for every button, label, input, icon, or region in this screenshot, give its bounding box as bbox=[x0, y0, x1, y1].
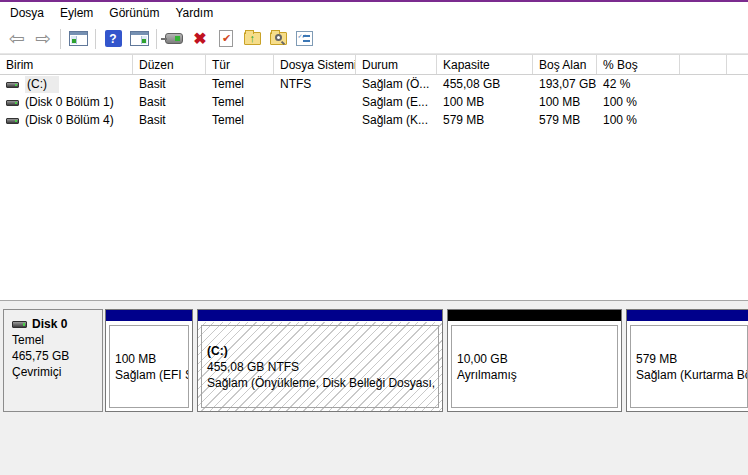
unallocated-label: Ayrılmamış bbox=[457, 367, 612, 383]
disk-name: Disk 0 bbox=[32, 316, 67, 332]
volume-pctfree: 100 % bbox=[597, 94, 680, 111]
back-button[interactable]: ⇦ bbox=[5, 27, 29, 51]
volume-list-pane: Birim Düzen Tür Dosya Sistemi Durum Kapa… bbox=[0, 54, 748, 300]
show-console-tree-button[interactable] bbox=[66, 27, 90, 51]
volume-icon bbox=[6, 100, 19, 106]
column-header-pctfree[interactable]: % Boş bbox=[597, 55, 680, 74]
volume-filesystem bbox=[274, 94, 356, 111]
column-header-capacity[interactable]: Kapasite bbox=[437, 55, 533, 74]
column-header-freespace[interactable]: Boş Alan bbox=[533, 55, 597, 74]
volume-list-header: Birim Düzen Tür Dosya Sistemi Durum Kapa… bbox=[0, 54, 748, 75]
menu-help[interactable]: Yardım bbox=[167, 4, 221, 22]
toolbar-separator bbox=[156, 29, 157, 49]
explore-button[interactable] bbox=[266, 27, 290, 51]
volume-status: Sağlam (Ö... bbox=[356, 76, 437, 93]
check-page-icon bbox=[219, 30, 233, 47]
list-view-icon bbox=[296, 31, 313, 46]
forward-button[interactable]: ⇨ bbox=[31, 27, 55, 51]
disk-management-window: Dosya Eylem Görünüm Yardım ⇦ ⇨ ? ✖ ↑ Bir… bbox=[0, 0, 748, 475]
open-button[interactable]: ↑ bbox=[240, 27, 264, 51]
partition-color-bar bbox=[198, 310, 442, 322]
unallocated-size: 10,00 GB bbox=[457, 351, 612, 367]
menu-action[interactable]: Eylem bbox=[52, 4, 101, 22]
graphical-view-pane: Disk 0 Temel 465,75 GB Çevrimiçi 100 MB … bbox=[0, 300, 748, 475]
volume-freespace: 100 MB bbox=[533, 94, 597, 111]
disk-size: 465,75 GB bbox=[12, 348, 96, 364]
partition-color-bar bbox=[627, 310, 748, 322]
partition-c-selected[interactable]: (C:) 455,08 GB NTFS Sağlam (Önyükleme, D… bbox=[197, 309, 443, 412]
list-view-button[interactable] bbox=[292, 27, 316, 51]
volume-name: (C:) bbox=[25, 76, 59, 93]
menu-bar: Dosya Eylem Görünüm Yardım bbox=[0, 2, 748, 24]
column-header-filler bbox=[727, 55, 748, 74]
volume-name: (Disk 0 Bölüm 1) bbox=[25, 94, 114, 111]
volume-status: Sağlam (K... bbox=[356, 112, 437, 129]
help-button[interactable]: ? bbox=[101, 27, 125, 51]
explore-folder-icon bbox=[270, 32, 287, 45]
forward-icon: ⇨ bbox=[35, 29, 51, 49]
volume-layout: Basit bbox=[133, 76, 206, 93]
volume-row-partition1[interactable]: (Disk 0 Bölüm 1) Basit Temel Sağlam (E..… bbox=[0, 94, 748, 111]
volume-filesystem bbox=[274, 112, 356, 129]
volume-status: Sağlam (E... bbox=[356, 94, 437, 111]
volume-pctfree: 100 % bbox=[597, 112, 680, 129]
disk-status: Çevrimiçi bbox=[12, 364, 96, 380]
toolbar-separator bbox=[60, 29, 61, 49]
show-action-pane-button[interactable] bbox=[127, 27, 151, 51]
partition-status: Sağlam (EFI Si bbox=[115, 367, 183, 383]
console-tree-icon bbox=[69, 31, 88, 46]
disk0-row: Disk 0 Temel 465,75 GB Çevrimiçi 100 MB … bbox=[3, 309, 748, 412]
column-header-status[interactable]: Durum bbox=[356, 55, 437, 74]
column-header-type[interactable]: Tür bbox=[206, 55, 274, 74]
rescan-disks-icon bbox=[165, 33, 183, 44]
column-header-filesystem[interactable]: Dosya Sistemi bbox=[274, 55, 356, 74]
partition-size: 455,08 GB NTFS bbox=[207, 359, 433, 375]
partition-color-bar bbox=[106, 310, 192, 322]
delete-x-icon: ✖ bbox=[193, 29, 206, 48]
volume-row-partition4[interactable]: (Disk 0 Bölüm 4) Basit Temel Sağlam (K..… bbox=[0, 112, 748, 129]
partition-letter: (C:) bbox=[207, 343, 433, 359]
partition-recovery[interactable]: 579 MB Sağlam (Kurtarma Bö bbox=[626, 309, 748, 412]
unallocated-color-bar bbox=[448, 310, 621, 322]
volume-icon bbox=[6, 82, 19, 88]
volume-type: Temel bbox=[206, 76, 274, 93]
open-folder-icon: ↑ bbox=[244, 32, 261, 45]
mark-partition-button[interactable] bbox=[214, 27, 238, 51]
column-header-blank[interactable] bbox=[680, 55, 727, 74]
delete-volume-button[interactable]: ✖ bbox=[188, 27, 212, 51]
action-pane-icon bbox=[130, 31, 149, 46]
volume-name: (Disk 0 Bölüm 4) bbox=[25, 112, 114, 129]
disk-type: Temel bbox=[12, 332, 96, 348]
volume-filesystem: NTFS bbox=[274, 76, 356, 93]
partition-status: Sağlam (Önyükleme, Disk Belleği Dosyası,… bbox=[207, 375, 433, 391]
partition-size: 100 MB bbox=[115, 351, 183, 367]
disk-icon bbox=[12, 321, 27, 328]
volume-capacity: 455,08 GB bbox=[437, 76, 533, 93]
volume-pctfree: 42 % bbox=[597, 76, 680, 93]
rescan-disks-button[interactable] bbox=[162, 27, 186, 51]
volume-freespace: 579 MB bbox=[533, 112, 597, 129]
toolbar-separator bbox=[95, 29, 96, 49]
volume-capacity: 100 MB bbox=[437, 94, 533, 111]
volume-icon bbox=[6, 118, 19, 124]
volume-layout: Basit bbox=[133, 94, 206, 111]
unallocated-space[interactable]: 10,00 GB Ayrılmamış bbox=[447, 309, 622, 412]
volume-layout: Basit bbox=[133, 112, 206, 129]
menu-file[interactable]: Dosya bbox=[2, 4, 52, 22]
partition-status: Sağlam (Kurtarma Bö bbox=[636, 367, 742, 383]
back-icon: ⇦ bbox=[9, 29, 25, 49]
column-header-layout[interactable]: Düzen bbox=[133, 55, 206, 74]
disk0-header[interactable]: Disk 0 Temel 465,75 GB Çevrimiçi bbox=[3, 309, 103, 412]
partition-size: 579 MB bbox=[636, 351, 742, 367]
partition-efi[interactable]: 100 MB Sağlam (EFI Si bbox=[105, 309, 193, 412]
partitions-strip: 100 MB Sağlam (EFI Si (C:) 455,08 GB NTF… bbox=[105, 309, 748, 412]
volume-freespace: 193,07 GB bbox=[533, 76, 597, 93]
menu-view[interactable]: Görünüm bbox=[101, 4, 167, 22]
volume-type: Temel bbox=[206, 94, 274, 111]
help-icon: ? bbox=[105, 30, 122, 47]
volume-row-c[interactable]: (C:) Basit Temel NTFS Sağlam (Ö... 455,0… bbox=[0, 76, 748, 93]
column-header-volume[interactable]: Birim bbox=[0, 55, 133, 74]
toolbar: ⇦ ⇨ ? ✖ ↑ bbox=[0, 24, 748, 54]
volume-type: Temel bbox=[206, 112, 274, 129]
volume-capacity: 579 MB bbox=[437, 112, 533, 129]
